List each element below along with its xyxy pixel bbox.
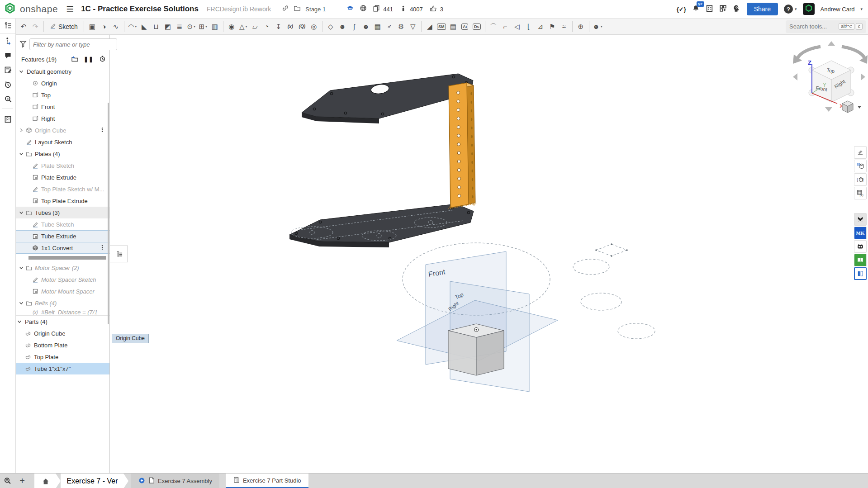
sm-face-tool[interactable]: ⊿	[535, 20, 546, 33]
ds-tool-tool[interactable]: Ds	[471, 20, 483, 33]
share-button[interactable]: Share	[747, 3, 778, 15]
feature-row[interactable]: Tubes (3)	[16, 207, 109, 218]
help-menu[interactable]: ? ▾	[784, 5, 797, 14]
notifications-bell[interactable]: 9+	[692, 5, 700, 14]
link-icon[interactable]	[282, 5, 289, 14]
rollback-history-icon[interactable]	[99, 55, 106, 63]
chevron-down-icon[interactable]	[18, 265, 25, 270]
feature-row[interactable]: Default geometry	[16, 66, 109, 77]
named-views-icon[interactable]	[854, 160, 867, 172]
variable-studio-tool[interactable]: (Q)	[296, 20, 308, 33]
film-strip-tool[interactable]: ▤	[447, 20, 459, 33]
derive-tool[interactable]: ↧	[273, 20, 285, 33]
linear-pattern-tool[interactable]: ⊞▾	[197, 20, 209, 33]
part-row[interactable]: Bottom Plate	[16, 339, 109, 351]
likes-icon[interactable]	[430, 5, 437, 14]
feature-row[interactable]: Plate Extrude	[16, 171, 109, 183]
draft-tool[interactable]: ◩	[162, 20, 174, 33]
suppress-pause-icon[interactable]: ❚❚	[84, 56, 94, 62]
chevron-down-icon[interactable]	[18, 300, 25, 306]
insert-mate-tool[interactable]: ⊕	[575, 20, 587, 33]
toolbox-tool[interactable]: ♂	[384, 20, 395, 33]
mirror-tool[interactable]: ▥	[209, 20, 221, 33]
chevron-down-icon[interactable]: ▾	[135, 24, 137, 28]
rollback-bar[interactable]	[16, 254, 109, 262]
sm-bend-tool[interactable]: ⌐	[499, 20, 511, 33]
feature-row[interactable]: Plate Sketch	[16, 160, 109, 171]
chevron-down-icon[interactable]: ▾	[194, 24, 195, 28]
view-menu-cube-icon[interactable]	[842, 101, 853, 113]
feature-scrollbar[interactable]	[108, 103, 109, 324]
view-menu-chevron-icon[interactable]	[858, 106, 861, 109]
butterfly-app-icon[interactable]	[854, 213, 867, 226]
sm-wire-tool[interactable]: ≈	[558, 20, 570, 33]
plane-tool[interactable]: ▱	[249, 20, 261, 33]
extrude-tool[interactable]: ▣	[86, 20, 98, 33]
cone-tool-tool[interactable]: ◢	[424, 20, 436, 33]
docs-green-app-icon[interactable]	[854, 254, 867, 266]
filter-feature-tool[interactable]: ▽	[407, 20, 419, 33]
configuration-panel-icon[interactable]: (x)	[854, 187, 867, 199]
revolve-tool[interactable]: ◑	[98, 20, 110, 33]
split-tool[interactable]: △▾	[237, 20, 249, 33]
rib-tool[interactable]: ≣	[174, 20, 185, 33]
custom-feature-robot-2-tool[interactable]: ☻	[360, 20, 372, 33]
feature-row[interactable]: Belts (4)	[16, 297, 109, 309]
feature-row[interactable]: Origin	[16, 77, 109, 89]
sketch-button[interactable]: Sketch	[46, 20, 81, 33]
feature-row[interactable]: Tube Extrude	[16, 230, 109, 242]
parts-header-row[interactable]: Parts (4)	[16, 316, 109, 327]
display-states-icon[interactable]: {}	[854, 173, 867, 186]
tasks-checklist-icon[interactable]	[706, 5, 713, 14]
arrow-right[interactable]	[861, 73, 865, 81]
feature-row[interactable]: Top Plate Extrude	[16, 195, 109, 207]
search-tabs-icon[interactable]	[0, 474, 15, 488]
custom-gear-tool[interactable]: ⚙	[395, 20, 407, 33]
feature-row[interactable]: Top Plate Sketch w/ M...	[16, 183, 109, 195]
feature-row[interactable]: Front	[16, 101, 109, 113]
chevron-right-icon[interactable]	[18, 128, 25, 133]
workspace-folder-icon[interactable]	[294, 5, 301, 14]
feature-row[interactable]: (x)#Belt_Distance = (7/1	[16, 309, 109, 315]
followers-icon[interactable]	[400, 5, 407, 14]
robot-app-icon[interactable]	[854, 240, 867, 253]
boolean-tool[interactable]: ◉	[226, 20, 237, 33]
mate-connector-tool[interactable]: ◎	[308, 20, 320, 33]
feature-row[interactable]: Right	[16, 113, 109, 124]
sm-finish-tool[interactable]: ⚑	[546, 20, 558, 33]
feature-row[interactable]: Motor Spacer Sketch	[16, 274, 109, 285]
search-tools[interactable]: Search tools... alt/⌥ c	[786, 20, 866, 33]
sm-flat-tool[interactable]: ◁	[511, 20, 523, 33]
history-icon[interactable]	[0, 77, 16, 91]
primitive-cube-tool[interactable]: ◇	[325, 20, 337, 33]
hamburger-menu-icon[interactable]: ☰	[66, 4, 74, 14]
sm-flange-tool[interactable]: ⌒	[488, 20, 499, 33]
arrow-up[interactable]	[828, 41, 835, 46]
copies-icon[interactable]	[373, 5, 380, 14]
projected-curve-tool[interactable]: ∫	[348, 20, 360, 33]
mkcad-app-icon[interactable]: MK	[854, 227, 867, 239]
docs-blue-app-icon[interactable]	[854, 267, 867, 280]
filter-funnel-icon[interactable]	[19, 40, 27, 49]
feature-row[interactable]: Plates (4)	[16, 148, 109, 160]
chevron-down-icon[interactable]: ▾	[246, 24, 247, 28]
sweep-tool[interactable]: ∿	[110, 20, 122, 33]
chevron-down-icon[interactable]: ▾	[601, 24, 602, 28]
custom-feature-robot-tool[interactable]: ☻	[337, 20, 348, 33]
feature-row[interactable]: Motor Mount Spacer	[16, 285, 109, 297]
home-tab[interactable]	[34, 474, 61, 488]
sheet-metal-tool[interactable]: SM	[436, 20, 447, 33]
sm-corner-tool[interactable]: ⌊	[523, 20, 535, 33]
redo-tool[interactable]: ↷	[29, 20, 41, 33]
search-document-icon[interactable]	[0, 91, 16, 106]
tables-icon[interactable]	[0, 112, 16, 126]
origin-point-marker[interactable]	[474, 328, 479, 332]
fillet-tool[interactable]: ◠▾	[127, 20, 138, 33]
chevron-down-icon[interactable]	[18, 69, 25, 74]
view-cube[interactable]: Top Front Right Z X Y	[793, 41, 868, 113]
hole-tool[interactable]: ⊙▾	[185, 20, 197, 33]
learning-center-icon[interactable]	[733, 4, 741, 14]
part-row[interactable]: Top Plate	[16, 351, 109, 363]
3d-viewport[interactable]: Front Top Right	[110, 35, 868, 473]
drag-dots-icon[interactable]	[100, 127, 105, 134]
